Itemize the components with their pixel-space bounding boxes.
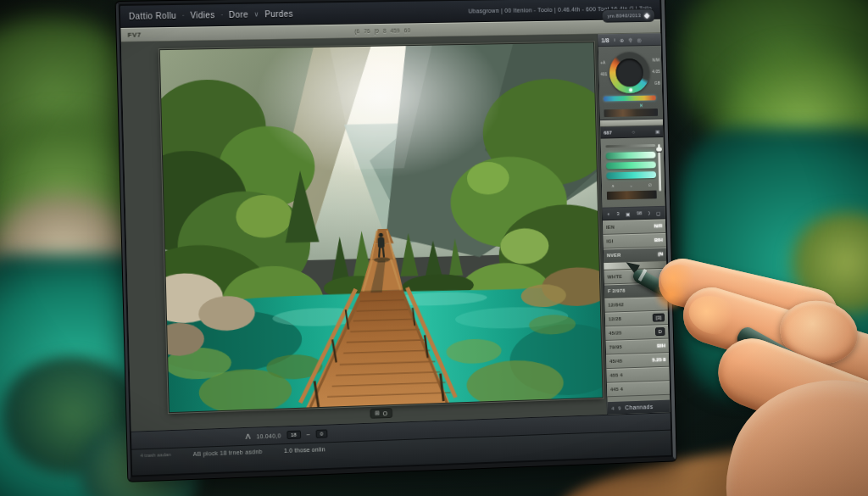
menu-item-view[interactable]: Vidies: [190, 10, 214, 20]
row-label: IEN: [606, 225, 615, 230]
color-sliders-section: ∧ ⌄ ∅: [601, 137, 665, 209]
diamond-icon: ◆: [644, 11, 650, 20]
panel-footer-icon[interactable]: 9: [618, 405, 620, 410]
circle-icon[interactable]: ○: [632, 129, 636, 134]
picker-icon[interactable]: ⚲: [629, 36, 632, 42]
row-value: BIH: [654, 237, 663, 242]
row-label: 12/28: [609, 316, 621, 321]
target-icon[interactable]: ⊕: [620, 36, 624, 42]
row-label: 45/45: [609, 359, 622, 364]
wheel-label: GB: [654, 81, 660, 86]
row-label: 455 4: [609, 372, 622, 377]
row-value-box[interactable]: D: [655, 327, 665, 336]
zoom-badge[interactable]: ⊞ O: [370, 408, 392, 419]
menu-item-image[interactable]: Dore: [229, 10, 248, 20]
tool-icon[interactable]: (6: [354, 28, 359, 34]
page-indicator: 1/8: [601, 37, 609, 43]
half-circle-icon[interactable]: ◐: [607, 211, 610, 216]
menu-item-filters[interactable]: Purdes: [264, 9, 293, 19]
menu-separator: ·: [182, 12, 185, 20]
row-value: BIH: [657, 343, 665, 348]
counter-box[interactable]: 0: [316, 429, 327, 437]
adjustment-row[interactable]: IENN/R: [603, 219, 665, 235]
tool-icon[interactable]: |9: [374, 27, 379, 33]
grid-icon: ⊞: [375, 410, 380, 417]
circle-icon: O: [383, 410, 387, 416]
gradient-preview: [604, 109, 658, 117]
reset-icon[interactable]: ◎: [637, 36, 642, 42]
zoom-value-box[interactable]: 18: [287, 431, 301, 439]
adjustments-panel: 1/8 i ⊕ ⚲ ◎ +A 401 N/M 4.05 GB ✕: [597, 33, 670, 415]
panel-footer-icon[interactable]: 4: [611, 405, 614, 410]
row-value: 5.25 8: [652, 357, 665, 362]
photo-canvas[interactable]: [159, 42, 604, 413]
workspace: ⊞ O 1/8 i ⊕ ⚲ ◎ +A 401 N/M 4.05 GB: [121, 33, 670, 431]
panel-icon[interactable]: 3: [616, 211, 619, 216]
vertical-slider[interactable]: [658, 144, 661, 192]
toolbar-icon-cluster: (6 76 |9 8 459 60: [354, 27, 410, 34]
row-label: 45/25: [609, 331, 621, 336]
color-wheel[interactable]: [609, 52, 650, 94]
row-value-box[interactable]: [3]: [653, 313, 665, 321]
tick: ∧: [611, 183, 615, 188]
adjustment-row[interactable]: NVER(N: [604, 247, 666, 263]
mixer-title: 687: [604, 130, 612, 135]
tick: ⌄: [630, 182, 633, 187]
row-label: 445 4: [610, 387, 623, 392]
color-slider-1[interactable]: [606, 152, 656, 159]
menu-item-file[interactable]: Dattio Rollu: [129, 11, 176, 21]
tick: ∅: [648, 182, 651, 187]
square-icon[interactable]: ◻: [656, 209, 660, 215]
tool-icon[interactable]: 459: [390, 27, 399, 33]
wheel-label: N/M: [652, 58, 659, 63]
channels-tab-label[interactable]: Channads: [625, 404, 653, 410]
coordinates-readout: 10.040,0: [256, 432, 281, 439]
footer-right-text: 1.0 those onlin: [284, 446, 326, 454]
panel-header: 1/8 i ⊕ ⚲ ◎: [598, 33, 660, 47]
adjustment-row[interactable]: 445 4: [607, 381, 670, 397]
canvas-area[interactable]: ⊞ O: [121, 34, 607, 431]
document-tab-label[interactable]: FV7: [127, 31, 141, 38]
layers-icon[interactable]: ▣: [626, 210, 631, 216]
minus-button[interactable]: −: [306, 431, 310, 438]
session-pill[interactable]: ym.8040/2013 ◆: [602, 8, 655, 23]
row-label: 12/842: [608, 302, 624, 307]
slider-ticks: ∧ ⌄ ∅: [607, 182, 657, 188]
panel-icon[interactable]: ): [648, 210, 650, 215]
row-value: (N: [658, 251, 663, 256]
row-label: 79/95: [609, 344, 622, 349]
session-pill-text: ym.8040/2013: [608, 13, 642, 18]
row-label: NVER: [607, 253, 621, 258]
tool-icon[interactable]: 60: [404, 27, 411, 33]
row-label: IGI: [606, 238, 613, 243]
wheel-label: 4.05: [652, 69, 659, 74]
footer-far-left-text: 4 trash aadan: [140, 452, 171, 458]
monitor: Dattio Rollu · Vidies · Dore ∨ Purdes Ub…: [116, 0, 676, 482]
fingertip-glow: [653, 280, 688, 310]
row-label: WHTE: [607, 274, 622, 279]
square-icon[interactable]: ▣: [655, 128, 660, 134]
color-wheel-knob[interactable]: [629, 88, 632, 92]
panel-icon[interactable]: 98: [637, 210, 642, 215]
adjustment-rows: IENN/R IGIBIH NVER(N WHTE○ F 2/978 12/84…: [603, 219, 670, 402]
footer-left-text: AB plock 18 trneb asdnb: [192, 449, 262, 457]
wheel-label: 401: [600, 71, 607, 76]
spectrum-strip[interactable]: [604, 95, 656, 101]
photo-editor-window: Dattio Rollu · Vidies · Dore ∨ Purdes Ub…: [120, 0, 671, 476]
color-slider-2[interactable]: [606, 161, 656, 169]
caret-marker-icon: Λ: [245, 432, 250, 441]
color-wheel-section: +A 401 N/M 4.05 GB ✕: [598, 46, 663, 120]
tool-icon[interactable]: 8: [383, 27, 387, 33]
spectrum-marker: ✕: [639, 103, 643, 109]
adjustment-row[interactable]: IGIBIH: [603, 233, 665, 249]
row-label: F 2/978: [608, 288, 626, 293]
slider-track[interactable]: [605, 144, 655, 148]
color-slider-3[interactable]: [606, 171, 656, 179]
vertical-slider-knob[interactable]: [656, 148, 662, 152]
tool-icon[interactable]: 76: [364, 28, 370, 34]
histogram-thumbnail: [607, 191, 657, 200]
info-icon[interactable]: i: [614, 37, 615, 42]
menu-separator: ·: [220, 11, 223, 19]
wheel-label: +A: [600, 60, 605, 65]
landscape-photo: [160, 42, 603, 412]
